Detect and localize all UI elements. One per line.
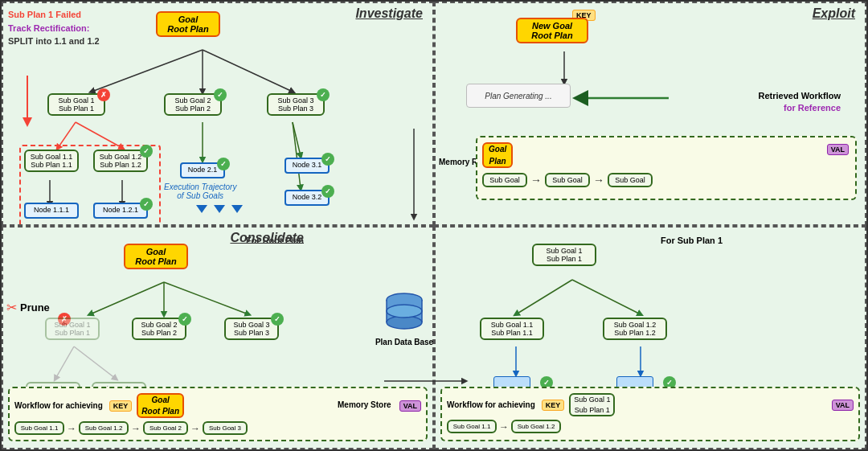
sg3-label: Sub Goal 3 <box>277 96 313 105</box>
prune-label: Prune <box>20 301 50 314</box>
error-text: Sub Plan 1 Failed <box>8 8 100 22</box>
investigate-title: Investigate <box>355 6 423 21</box>
prune-area: ✂ Prune <box>6 300 50 315</box>
retrieved-label: Retrieved Workflow <box>759 90 841 102</box>
svg-line-19 <box>516 280 572 314</box>
wf-sub-sg11: Sub Goal 1.1 <box>447 420 497 433</box>
sub-goals-wf-row: Sub Goal → Sub Goal → Sub Goal <box>482 173 850 187</box>
split-text: SPLIT into 1.1 and 1.2 <box>8 35 100 48</box>
sub-goal-2-node: Sub Goal 2 Sub Plan 2 ✓ <box>164 93 222 116</box>
workflow-box-sub: Workflow for achieving KEY Sub Goal 1 Su… <box>440 387 860 441</box>
svg-line-17 <box>55 346 74 379</box>
root-plan-label: Root Plan <box>167 24 208 34</box>
wf-sg2: Sub Goal 2 <box>143 421 188 435</box>
sp1-label: Sub Plan 1 <box>59 105 94 113</box>
track-text: Track Rectification: <box>8 22 100 35</box>
new-root-plan-label: Root Plan <box>531 31 572 40</box>
workflow-sg1-key: Sub Goal 1 Sub Plan 1 <box>569 393 615 416</box>
check-badge-21: ✓ <box>217 158 230 170</box>
check-badge-31: ✓ <box>321 153 334 166</box>
node-121: Node 1.2.1 ✓ <box>93 203 148 219</box>
check-badge-2: ✓ <box>214 88 227 101</box>
sp3-label: Sub Plan 3 <box>278 105 313 113</box>
sub-goal-12-node: Sub Goal 1.2 Sub Plan 1.2 ✓ <box>93 150 148 172</box>
node-21: Node 2.1 ✓ <box>180 162 225 178</box>
svg-line-9 <box>293 122 301 188</box>
svg-line-2 <box>203 50 293 92</box>
consolidate-left-quadrant: Consolidate For Root Plan <box>2 226 434 450</box>
wf-sg11: Sub Goal 1.1 <box>14 421 64 435</box>
retrieved-workflow: Retrieved Workflow for Reference <box>759 90 841 115</box>
goal-wf-label: Goal <box>489 145 506 154</box>
svg-point-26 <box>387 305 422 318</box>
goal-root-node: Goal Root Plan <box>156 11 220 37</box>
check-sg3-cons: ✓ <box>271 313 284 326</box>
plan-generating-box: Plan Generating ... <box>466 84 571 108</box>
memory-store-area <box>376 369 473 393</box>
sg2-label: Sub Goal 2 <box>174 96 211 105</box>
sg-wf-3: Sub Goal <box>608 173 653 187</box>
sub-goal-3-node: Sub Goal 3 Sub Plan 3 ✓ <box>267 93 325 116</box>
new-goal-root-node: New Goal Root Plan <box>516 18 588 43</box>
traj-arrows <box>196 205 243 213</box>
db-icon <box>384 292 424 336</box>
svg-line-14 <box>90 282 164 314</box>
for-root-plan-label: For Root Plan <box>246 236 304 245</box>
workflow-sub-steps: Sub Goal 1.1 → Sub Goal 1.2 <box>447 420 854 433</box>
node-21-label: Node 2.1 <box>188 166 218 174</box>
sub-goal-11-node: Sub Goal 1.1 Sub Plan 1.1 <box>24 150 79 172</box>
sub-goal-2-cons: Sub Goal 2 Sub Plan 2 ✓ <box>132 318 186 340</box>
workflow-box-root: Workflow for achieving KEY Goal Root Pla… <box>8 387 428 441</box>
svg-line-8 <box>293 122 301 156</box>
check-badge-32: ✓ <box>321 185 334 198</box>
workflow-goal-node: Goal Root Plan <box>137 393 184 418</box>
sub-goal-3-cons: Sub Goal 3 Sub Plan 3 ✓ <box>224 318 279 340</box>
sp11-label: Sub Plan 1.1 <box>31 161 72 169</box>
execution-traj: Execution Trajectory of Sub Goals <box>164 182 236 200</box>
node-31: Node 3.1 ✓ <box>285 158 330 174</box>
svg-line-18 <box>74 346 116 379</box>
check-sg2-cons: ✓ <box>178 313 191 326</box>
node-111-label: Node 1.1.1 <box>34 206 69 214</box>
error-info: Sub Plan 1 Failed Track Rectification: S… <box>8 8 100 48</box>
sub-goal-1-cr: Sub Goal 1 Sub Plan 1 <box>532 244 596 266</box>
sub-goal-11-cr: Sub Goal 1.1 Sub Plan 1.1 <box>480 318 544 340</box>
consolidate-right-quadrant: For Sub Plan 1 Sub Goal 1 Sub Plan 1 Sub… <box>434 226 866 450</box>
val-badge-exploit: VAL <box>827 144 849 155</box>
plan-db-area: Plan Data Base <box>376 292 432 346</box>
new-goal-label: New Goal <box>532 21 572 31</box>
memory-store-label: Memory Store <box>338 400 391 409</box>
for-sub-plan-label: For Sub Plan 1 <box>661 236 723 245</box>
svg-line-0 <box>92 50 203 92</box>
workflow-steps-row: Sub Goal 1.1 → Sub Goal 1.2 → Sub Goal 2… <box>14 421 421 435</box>
exploit-title: Exploit <box>813 6 855 21</box>
exploit-quadrant: Exploit KEY New Goal <box>434 2 866 226</box>
svg-line-16 <box>164 282 248 314</box>
wf-sub-sg12: Sub Goal 1.2 <box>511 420 561 433</box>
sg-wf-2: Sub Goal <box>545 173 590 187</box>
goal-plan-row: Goal Plan VAL <box>482 142 850 168</box>
x-badge-1: ✗ <box>97 88 110 101</box>
sub-goal-1-node: Sub Goal 1 Sub Plan 1 ✗ <box>47 93 105 116</box>
plan-generating-label: Plan Generating ... <box>485 92 551 100</box>
node-31-label: Node 3.1 <box>293 161 322 169</box>
goal-root-cons: Goal Root Plan <box>124 244 188 269</box>
wf-sg12: Sub Goal 1.2 <box>79 421 129 435</box>
sg1-label: Sub Goal 1 <box>58 96 94 105</box>
sg-wf-1: Sub Goal <box>482 173 527 187</box>
for-reference-label: for Reference <box>759 102 841 114</box>
vertical-connector <box>406 129 422 225</box>
sg12-label: Sub Goal 1.2 <box>100 153 142 161</box>
sub-goal-1-faded: Sub Goal 1 Sub Plan 1 <box>45 318 100 340</box>
investigate-quadrant: Investigate Sub Plan 1 Failed Track Rect… <box>2 2 434 226</box>
wf-sg3: Sub Goal 3 <box>203 421 248 435</box>
sp2-label: Sub Plan 2 <box>175 105 211 113</box>
node-121-label: Node 1.2.1 <box>103 206 138 214</box>
goal-label: Goal <box>178 14 198 24</box>
node-111: Node 1.1.1 <box>24 203 79 219</box>
sg11-label: Sub Goal 1.1 <box>31 153 73 161</box>
check-badge-12: ✓ <box>140 145 153 158</box>
sp12-label: Sub Plan 1.2 <box>100 161 141 169</box>
svg-line-20 <box>572 280 641 314</box>
memory-store-connector <box>376 369 473 393</box>
